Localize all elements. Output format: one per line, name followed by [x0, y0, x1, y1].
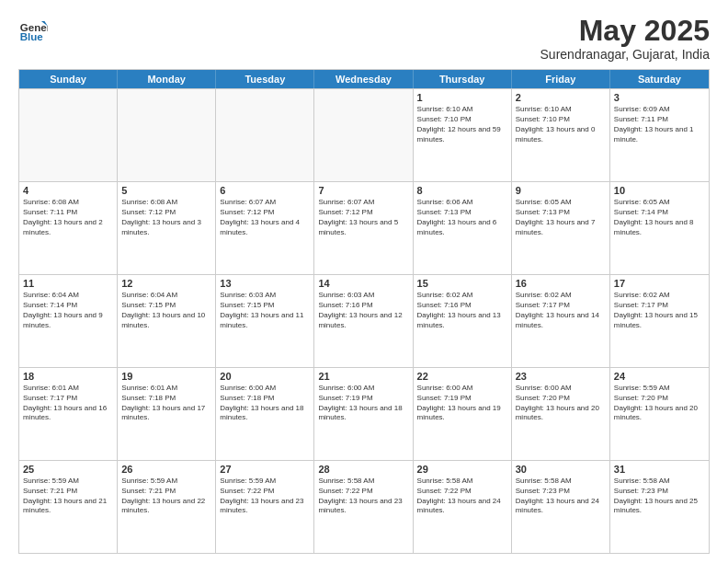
- logo-icon: General Blue: [18, 15, 48, 44]
- day-info: Sunrise: 6:05 AMSunset: 7:13 PMDaylight:…: [516, 198, 606, 237]
- cal-week-4: 18Sunrise: 6:01 AMSunset: 7:17 PMDayligh…: [19, 367, 709, 460]
- day-info: Sunrise: 5:58 AMSunset: 7:23 PMDaylight:…: [614, 477, 705, 516]
- day-info: Sunrise: 6:01 AMSunset: 7:18 PMDaylight:…: [121, 384, 211, 423]
- cal-day-16: 16Sunrise: 6:02 AMSunset: 7:17 PMDayligh…: [512, 275, 610, 367]
- day-info: Sunrise: 6:08 AMSunset: 7:12 PMDaylight:…: [121, 198, 211, 237]
- month-title: May 2025: [540, 15, 710, 47]
- day-number: 29: [417, 464, 507, 475]
- cal-day-30: 30Sunrise: 5:58 AMSunset: 7:23 PMDayligh…: [512, 461, 610, 553]
- title-block: May 2025 Surendranagar, Gujarat, India: [540, 15, 710, 62]
- day-number: 26: [121, 464, 211, 475]
- day-number: 12: [121, 278, 211, 289]
- day-number: 3: [614, 92, 705, 103]
- day-number: 19: [121, 371, 211, 382]
- day-header-wednesday: Wednesday: [314, 70, 413, 88]
- cal-day-25: 25Sunrise: 5:59 AMSunset: 7:21 PMDayligh…: [19, 461, 118, 553]
- day-info: Sunrise: 6:00 AMSunset: 7:18 PMDaylight:…: [220, 384, 310, 423]
- day-number: 10: [614, 185, 705, 196]
- day-info: Sunrise: 6:08 AMSunset: 7:11 PMDaylight:…: [23, 198, 113, 237]
- day-info: Sunrise: 6:04 AMSunset: 7:14 PMDaylight:…: [23, 291, 113, 330]
- cal-day-31: 31Sunrise: 5:58 AMSunset: 7:23 PMDayligh…: [610, 461, 709, 553]
- cal-day-27: 27Sunrise: 5:59 AMSunset: 7:22 PMDayligh…: [216, 461, 314, 553]
- day-number: 31: [614, 464, 705, 475]
- day-info: Sunrise: 5:59 AMSunset: 7:22 PMDaylight:…: [220, 477, 310, 516]
- day-info: Sunrise: 6:02 AMSunset: 7:16 PMDaylight:…: [417, 291, 507, 330]
- cal-day-20: 20Sunrise: 6:00 AMSunset: 7:18 PMDayligh…: [216, 368, 314, 460]
- day-info: Sunrise: 5:59 AMSunset: 7:21 PMDaylight:…: [23, 477, 113, 516]
- cal-day-18: 18Sunrise: 6:01 AMSunset: 7:17 PMDayligh…: [19, 368, 118, 460]
- day-info: Sunrise: 6:04 AMSunset: 7:15 PMDaylight:…: [121, 291, 211, 330]
- day-number: 4: [23, 185, 113, 196]
- day-number: 17: [614, 278, 705, 289]
- day-info: Sunrise: 6:05 AMSunset: 7:14 PMDaylight:…: [614, 198, 705, 237]
- day-number: 5: [121, 185, 211, 196]
- day-info: Sunrise: 6:00 AMSunset: 7:19 PMDaylight:…: [318, 384, 408, 423]
- cal-empty: [118, 89, 216, 181]
- day-info: Sunrise: 5:59 AMSunset: 7:21 PMDaylight:…: [121, 477, 211, 516]
- cal-day-12: 12Sunrise: 6:04 AMSunset: 7:15 PMDayligh…: [118, 275, 216, 367]
- day-number: 9: [516, 185, 606, 196]
- cal-day-9: 9Sunrise: 6:05 AMSunset: 7:13 PMDaylight…: [512, 182, 610, 274]
- cal-day-26: 26Sunrise: 5:59 AMSunset: 7:21 PMDayligh…: [118, 461, 216, 553]
- cal-day-2: 2Sunrise: 6:10 AMSunset: 7:10 PMDaylight…: [512, 89, 610, 181]
- day-number: 24: [614, 371, 705, 382]
- day-number: 27: [220, 464, 310, 475]
- day-info: Sunrise: 6:00 AMSunset: 7:20 PMDaylight:…: [516, 384, 606, 423]
- day-info: Sunrise: 6:02 AMSunset: 7:17 PMDaylight:…: [614, 291, 705, 330]
- cal-day-29: 29Sunrise: 5:58 AMSunset: 7:22 PMDayligh…: [414, 461, 512, 553]
- day-number: 23: [516, 371, 606, 382]
- day-number: 11: [23, 278, 113, 289]
- cal-day-1: 1Sunrise: 6:10 AMSunset: 7:10 PMDaylight…: [414, 89, 512, 181]
- day-number: 13: [220, 278, 310, 289]
- calendar-body: 1Sunrise: 6:10 AMSunset: 7:10 PMDaylight…: [19, 88, 709, 553]
- day-info: Sunrise: 6:03 AMSunset: 7:16 PMDaylight:…: [318, 291, 408, 330]
- day-info: Sunrise: 5:58 AMSunset: 7:22 PMDaylight:…: [417, 477, 507, 516]
- day-info: Sunrise: 6:10 AMSunset: 7:10 PMDaylight:…: [516, 105, 606, 144]
- cal-day-17: 17Sunrise: 6:02 AMSunset: 7:17 PMDayligh…: [610, 275, 709, 367]
- day-info: Sunrise: 5:58 AMSunset: 7:22 PMDaylight:…: [318, 477, 408, 516]
- svg-text:Blue: Blue: [20, 31, 44, 42]
- day-number: 14: [318, 278, 408, 289]
- cal-day-11: 11Sunrise: 6:04 AMSunset: 7:14 PMDayligh…: [19, 275, 118, 367]
- day-number: 21: [318, 371, 408, 382]
- day-header-thursday: Thursday: [414, 70, 512, 88]
- cal-week-2: 4Sunrise: 6:08 AMSunset: 7:11 PMDaylight…: [19, 181, 709, 274]
- day-number: 18: [23, 371, 113, 382]
- day-info: Sunrise: 6:06 AMSunset: 7:13 PMDaylight:…: [417, 198, 507, 237]
- cal-day-7: 7Sunrise: 6:07 AMSunset: 7:12 PMDaylight…: [314, 182, 413, 274]
- day-info: Sunrise: 6:02 AMSunset: 7:17 PMDaylight:…: [516, 291, 606, 330]
- cal-empty: [314, 89, 413, 181]
- cal-day-6: 6Sunrise: 6:07 AMSunset: 7:12 PMDaylight…: [216, 182, 314, 274]
- cal-day-21: 21Sunrise: 6:00 AMSunset: 7:19 PMDayligh…: [314, 368, 413, 460]
- cal-day-22: 22Sunrise: 6:00 AMSunset: 7:19 PMDayligh…: [414, 368, 512, 460]
- day-header-tuesday: Tuesday: [216, 70, 314, 88]
- page-header: General Blue May 2025 Surendranagar, Guj…: [18, 15, 710, 62]
- day-number: 20: [220, 371, 310, 382]
- logo: General Blue: [18, 15, 51, 44]
- cal-day-3: 3Sunrise: 6:09 AMSunset: 7:11 PMDaylight…: [610, 89, 709, 181]
- day-info: Sunrise: 5:59 AMSunset: 7:20 PMDaylight:…: [614, 384, 705, 423]
- day-number: 25: [23, 464, 113, 475]
- cal-week-3: 11Sunrise: 6:04 AMSunset: 7:14 PMDayligh…: [19, 274, 709, 367]
- day-number: 1: [417, 92, 507, 103]
- cal-day-19: 19Sunrise: 6:01 AMSunset: 7:18 PMDayligh…: [118, 368, 216, 460]
- cal-day-5: 5Sunrise: 6:08 AMSunset: 7:12 PMDaylight…: [118, 182, 216, 274]
- cal-day-23: 23Sunrise: 6:00 AMSunset: 7:20 PMDayligh…: [512, 368, 610, 460]
- day-info: Sunrise: 6:07 AMSunset: 7:12 PMDaylight:…: [318, 198, 408, 237]
- calendar: SundayMondayTuesdayWednesdayThursdayFrid…: [18, 69, 710, 554]
- cal-week-1: 1Sunrise: 6:10 AMSunset: 7:10 PMDaylight…: [19, 88, 709, 181]
- day-info: Sunrise: 5:58 AMSunset: 7:23 PMDaylight:…: [516, 477, 606, 516]
- cal-day-10: 10Sunrise: 6:05 AMSunset: 7:14 PMDayligh…: [610, 182, 709, 274]
- cal-day-28: 28Sunrise: 5:58 AMSunset: 7:22 PMDayligh…: [314, 461, 413, 553]
- day-info: Sunrise: 6:07 AMSunset: 7:12 PMDaylight:…: [220, 198, 310, 237]
- cal-day-14: 14Sunrise: 6:03 AMSunset: 7:16 PMDayligh…: [314, 275, 413, 367]
- day-info: Sunrise: 6:03 AMSunset: 7:15 PMDaylight:…: [220, 291, 310, 330]
- cal-empty: [19, 89, 118, 181]
- day-number: 28: [318, 464, 408, 475]
- day-number: 8: [417, 185, 507, 196]
- day-number: 15: [417, 278, 507, 289]
- day-info: Sunrise: 6:10 AMSunset: 7:10 PMDaylight:…: [417, 105, 507, 144]
- day-number: 6: [220, 185, 310, 196]
- day-info: Sunrise: 6:09 AMSunset: 7:11 PMDaylight:…: [614, 105, 705, 144]
- cal-day-8: 8Sunrise: 6:06 AMSunset: 7:13 PMDaylight…: [414, 182, 512, 274]
